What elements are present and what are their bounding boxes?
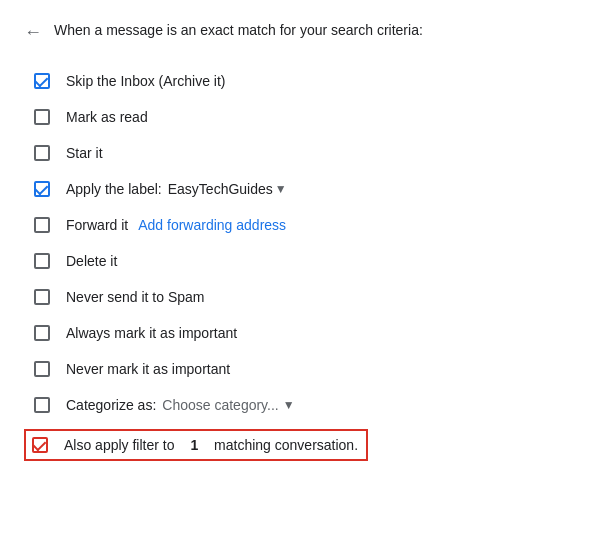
dropdown-arrow-category: ▼ [283,398,295,412]
label-skip-inbox: Skip the Inbox (Archive it) [66,73,226,89]
option-star-it: Star it [24,135,576,171]
checkbox-skip-inbox[interactable] [32,71,52,91]
label-dropdown-value: EasyTechGuides [168,181,273,197]
checkbox-forward-it[interactable] [32,215,52,235]
checkbox-icon-never-important[interactable] [34,361,50,377]
option-never-important: Never mark it as important [24,351,576,387]
label-never-important: Never mark it as important [66,361,230,377]
dropdown-arrow-label: ▼ [275,182,287,196]
forward-label-text: Forward it [66,217,128,233]
option-mark-as-read: Mark as read [24,99,576,135]
option-also-apply: Also apply filter to 1 matching conversa… [24,429,368,461]
add-forwarding-address-link[interactable]: Add forwarding address [138,217,286,233]
checkbox-icon-apply-label[interactable] [34,181,50,197]
label-always-important: Always mark it as important [66,325,237,341]
label-categorize: Categorize as: Choose category... ▼ [66,397,295,413]
also-apply-prefix: Also apply filter to [64,437,175,453]
also-apply-count: 1 [190,437,198,453]
option-always-important: Always mark it as important [24,315,576,351]
checkbox-categorize[interactable] [32,395,52,415]
checkbox-always-important[interactable] [32,323,52,343]
back-button[interactable]: ← [24,22,42,43]
also-apply-suffix: matching conversation. [214,437,358,453]
checkbox-icon-mark-as-read[interactable] [34,109,50,125]
label-forward-it: Forward it Add forwarding address [66,217,286,233]
option-categorize: Categorize as: Choose category... ▼ [24,387,576,423]
category-dropdown-text: Choose category... [162,397,278,413]
checkbox-also-apply[interactable] [30,435,50,455]
option-skip-inbox: Skip the Inbox (Archive it) [24,63,576,99]
label-mark-as-read: Mark as read [66,109,148,125]
category-dropdown[interactable]: Choose category... ▼ [162,397,294,413]
option-apply-label: Apply the label: EasyTechGuides ▼ [24,171,576,207]
checkbox-icon-forward-it[interactable] [34,217,50,233]
checkbox-icon-never-spam[interactable] [34,289,50,305]
option-never-spam: Never send it to Spam [24,279,576,315]
option-delete-it: Delete it [24,243,576,279]
checkbox-icon-also-apply[interactable] [32,437,48,453]
checkbox-icon-star-it[interactable] [34,145,50,161]
option-forward-it: Forward it Add forwarding address [24,207,576,243]
checkbox-icon-delete-it[interactable] [34,253,50,269]
label-star-it: Star it [66,145,103,161]
checkbox-icon-skip-inbox[interactable] [34,73,50,89]
label-apply-label: Apply the label: EasyTechGuides ▼ [66,181,287,197]
checkbox-star-it[interactable] [32,143,52,163]
checkbox-icon-always-important[interactable] [34,325,50,341]
checkbox-never-important[interactable] [32,359,52,379]
label-dropdown[interactable]: EasyTechGuides ▼ [168,181,287,197]
filter-options-list: Skip the Inbox (Archive it) Mark as read… [24,63,576,461]
label-never-spam: Never send it to Spam [66,289,205,305]
checkbox-icon-categorize[interactable] [34,397,50,413]
checkbox-apply-label[interactable] [32,179,52,199]
checkbox-mark-as-read[interactable] [32,107,52,127]
checkbox-never-spam[interactable] [32,287,52,307]
categorize-prefix: Categorize as: [66,397,156,413]
header-description: When a message is an exact match for you… [54,20,423,41]
label-also-apply: Also apply filter to 1 matching conversa… [64,437,358,453]
checkbox-delete-it[interactable] [32,251,52,271]
apply-label-prefix: Apply the label: [66,181,162,197]
label-delete-it: Delete it [66,253,117,269]
